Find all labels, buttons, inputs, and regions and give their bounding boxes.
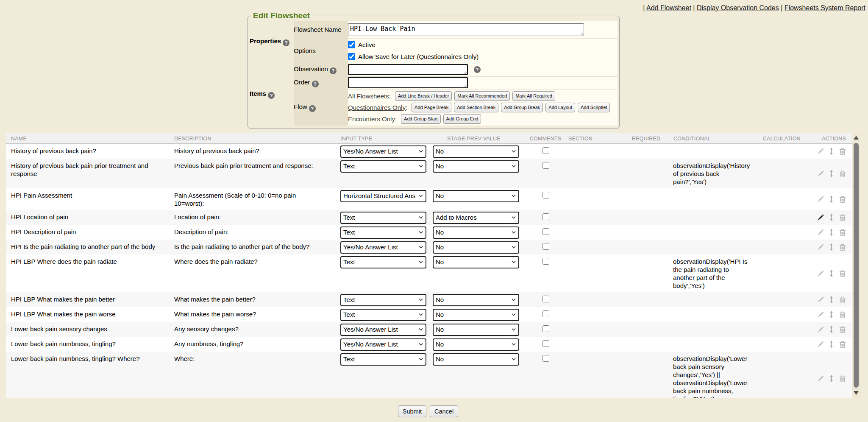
- reorder-row-button[interactable]: [828, 311, 835, 318]
- delete-row-button[interactable]: [839, 375, 846, 382]
- edit-row-button[interactable]: [817, 270, 824, 277]
- input-type-select[interactable]: Yes/No Answer List: [340, 338, 426, 351]
- stage-prev-value-select[interactable]: No: [433, 324, 519, 336]
- edit-row-button[interactable]: [817, 296, 824, 303]
- edit-row-button[interactable]: [817, 148, 824, 155]
- scrollbar-thumb[interactable]: [854, 143, 859, 388]
- delete-row-button[interactable]: [839, 196, 846, 203]
- delete-row-button[interactable]: [839, 270, 846, 277]
- option-allow-save-for-later-questionnaires-only-[interactable]: Allow Save for Later (Questionnaires Onl…: [348, 51, 618, 62]
- add-group-break-button[interactable]: Add Group Break: [501, 103, 543, 112]
- edit-row-button[interactable]: [817, 341, 824, 348]
- input-type-select[interactable]: Horizontal Structured Ans: [340, 190, 426, 202]
- comments-checkbox[interactable]: [542, 192, 549, 198]
- help-icon[interactable]: ?: [474, 66, 481, 73]
- input-type-select[interactable]: Yes/No Answer List: [340, 324, 426, 336]
- comments-checkbox[interactable]: [542, 296, 549, 302]
- stage-prev-value-select[interactable]: Add to Macros: [433, 212, 519, 224]
- stage-prev-value-select[interactable]: No: [433, 145, 519, 158]
- stage-prev-value-select[interactable]: No: [433, 160, 519, 173]
- order-input[interactable]: [348, 77, 468, 88]
- option-checkbox[interactable]: [348, 41, 355, 48]
- add-group-start-button[interactable]: Add Group Start: [401, 114, 441, 124]
- edit-row-button[interactable]: [817, 196, 824, 203]
- input-type-select[interactable]: Yes/No Answer List: [340, 241, 426, 254]
- top-link-add-flowsheet[interactable]: Add Flowsheet: [646, 4, 691, 11]
- add-scriptlet-button[interactable]: Add Scriptlet: [578, 103, 610, 112]
- help-icon[interactable]: ?: [309, 105, 316, 112]
- reorder-row-button[interactable]: [828, 375, 835, 382]
- reorder-row-button[interactable]: [828, 214, 835, 221]
- top-link-flowsheets-system-report[interactable]: Flowsheets System Report: [785, 4, 865, 11]
- comments-checkbox[interactable]: [542, 355, 549, 362]
- input-type-select[interactable]: Text: [340, 226, 426, 239]
- input-type-select[interactable]: Text: [340, 256, 426, 268]
- comments-checkbox[interactable]: [542, 243, 549, 250]
- cancel-button[interactable]: Cancel: [430, 405, 458, 417]
- help-icon[interactable]: ?: [330, 67, 337, 74]
- input-type-select[interactable]: Text: [340, 212, 426, 224]
- add-layout-button[interactable]: Add Layout: [545, 103, 575, 112]
- reorder-row-button[interactable]: [828, 243, 835, 251]
- scroll-up-icon[interactable]: [854, 136, 859, 140]
- comments-checkbox[interactable]: [542, 228, 549, 235]
- edit-row-button[interactable]: [817, 311, 824, 318]
- input-type-select[interactable]: Yes/No Answer List: [340, 145, 426, 158]
- edit-row-button[interactable]: [817, 170, 824, 177]
- delete-row-button[interactable]: [839, 311, 846, 318]
- add-page-break-button[interactable]: Add Page Break: [412, 103, 451, 112]
- comments-checkbox[interactable]: [542, 162, 549, 169]
- reorder-row-button[interactable]: [828, 148, 835, 155]
- reorder-row-button[interactable]: [828, 229, 835, 236]
- help-icon[interactable]: ?: [283, 39, 289, 46]
- comments-checkbox[interactable]: [542, 325, 549, 332]
- reorder-row-button[interactable]: [828, 270, 835, 277]
- stage-prev-value-select[interactable]: No: [433, 241, 519, 254]
- stage-prev-value-select[interactable]: No: [433, 190, 519, 202]
- delete-row-button[interactable]: [839, 341, 846, 348]
- delete-row-button[interactable]: [839, 229, 846, 236]
- reorder-row-button[interactable]: [828, 341, 835, 348]
- stage-prev-value-select[interactable]: No: [433, 226, 519, 239]
- input-type-select[interactable]: Text: [340, 353, 426, 366]
- edit-row-button[interactable]: [817, 243, 824, 251]
- observation-input[interactable]: [348, 64, 468, 75]
- comments-checkbox[interactable]: [542, 147, 549, 154]
- delete-row-button[interactable]: [839, 296, 846, 303]
- add-group-end-button[interactable]: Add Group End: [443, 114, 481, 124]
- delete-row-button[interactable]: [839, 214, 846, 221]
- stage-prev-value-select[interactable]: No: [433, 309, 519, 321]
- submit-button[interactable]: Submit: [398, 405, 426, 417]
- comments-checkbox[interactable]: [542, 258, 549, 265]
- delete-row-button[interactable]: [839, 148, 846, 155]
- add-section-break-button[interactable]: Add Section Break: [454, 103, 498, 112]
- flowsheet-name-input[interactable]: [348, 23, 584, 36]
- delete-row-button[interactable]: [839, 170, 846, 177]
- stage-prev-value-select[interactable]: No: [433, 294, 519, 306]
- option-active[interactable]: Active: [348, 39, 618, 50]
- mark-all-recommended-button[interactable]: Mark All Recommended: [454, 91, 510, 101]
- delete-row-button[interactable]: [839, 243, 846, 251]
- add-line-break-header-button[interactable]: Add Line Break / Header: [395, 91, 452, 101]
- input-type-select[interactable]: Text: [340, 309, 426, 321]
- comments-checkbox[interactable]: [542, 310, 549, 317]
- delete-row-button[interactable]: [839, 326, 846, 333]
- edit-row-button[interactable]: [817, 375, 824, 382]
- stage-prev-value-select[interactable]: No: [433, 256, 519, 268]
- reorder-row-button[interactable]: [828, 296, 835, 303]
- reorder-row-button[interactable]: [828, 196, 835, 203]
- stage-prev-value-select[interactable]: No: [433, 338, 519, 351]
- edit-row-button[interactable]: [817, 214, 824, 221]
- table-scrollbar[interactable]: [852, 133, 860, 398]
- help-icon[interactable]: ?: [268, 92, 275, 99]
- input-type-select[interactable]: Text: [340, 160, 426, 173]
- scroll-down-icon[interactable]: [854, 391, 859, 395]
- option-checkbox[interactable]: [348, 53, 355, 60]
- top-link-display-observation-codes[interactable]: Display Observation Codes: [697, 4, 779, 11]
- comments-checkbox[interactable]: [542, 340, 549, 347]
- stage-prev-value-select[interactable]: No: [433, 353, 519, 366]
- reorder-row-button[interactable]: [828, 170, 835, 177]
- comments-checkbox[interactable]: [542, 213, 549, 220]
- input-type-select[interactable]: Text: [340, 294, 426, 306]
- help-icon[interactable]: ?: [312, 81, 319, 87]
